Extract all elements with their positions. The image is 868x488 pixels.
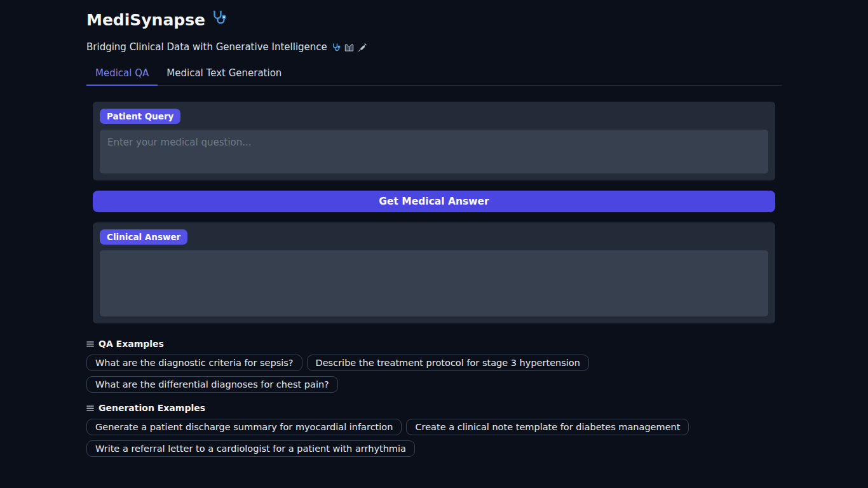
clinical-answer-label: Clinical Answer bbox=[100, 229, 187, 245]
app-title-text: MediSynapse bbox=[86, 11, 205, 29]
page-title: MediSynapse bbox=[86, 10, 782, 30]
get-medical-answer-button[interactable]: Get Medical Answer bbox=[93, 191, 775, 212]
generation-example-button[interactable]: Write a referral letter to a cardiologis… bbox=[86, 440, 415, 457]
stethoscope-icon bbox=[331, 43, 341, 52]
qa-example-button[interactable]: Describe the treatment protocol for stag… bbox=[307, 355, 589, 371]
qa-examples-heading: QA Examples bbox=[86, 339, 782, 349]
qa-examples-section: QA Examples What are the diagnostic crit… bbox=[86, 339, 782, 393]
tab-medical-text-generation[interactable]: Medical Text Generation bbox=[158, 64, 290, 86]
list-icon bbox=[86, 405, 94, 412]
tab-panel-medical-qa: Patient Query Get Medical Answer Clinica… bbox=[86, 86, 782, 323]
app-subtitle-text: Bridging Clinical Data with Generative I… bbox=[86, 41, 327, 53]
stethoscope-icon bbox=[210, 10, 227, 30]
app-subtitle: Bridging Clinical Data with Generative I… bbox=[86, 41, 782, 53]
app-container: MediSynapse Bridging Clinical Data with … bbox=[86, 0, 782, 488]
qa-examples-heading-text: QA Examples bbox=[98, 339, 164, 349]
generation-examples-heading: Generation Examples bbox=[86, 403, 782, 413]
patient-query-group: Patient Query bbox=[93, 102, 775, 180]
generation-examples-section: Generation Examples Generate a patient d… bbox=[86, 403, 782, 457]
lab-coat-icon bbox=[344, 43, 354, 52]
generation-example-button[interactable]: Generate a patient discharge summary for… bbox=[86, 419, 402, 435]
qa-example-button[interactable]: What are the diagnostic criteria for sep… bbox=[86, 355, 302, 371]
tab-medical-qa[interactable]: Medical QA bbox=[86, 64, 158, 86]
list-icon bbox=[86, 341, 94, 348]
qa-examples-row: What are the diagnostic criteria for sep… bbox=[86, 355, 782, 393]
qa-example-button[interactable]: What are the differential diagnoses for … bbox=[86, 376, 338, 393]
generation-examples-row: Generate a patient discharge summary for… bbox=[86, 419, 722, 457]
patient-query-input[interactable] bbox=[100, 130, 768, 173]
syringe-icon bbox=[358, 43, 367, 52]
tab-bar: Medical QA Medical Text Generation bbox=[86, 64, 782, 86]
generation-examples-heading-text: Generation Examples bbox=[98, 403, 205, 413]
clinical-answer-group: Clinical Answer bbox=[93, 222, 775, 323]
patient-query-label: Patient Query bbox=[100, 109, 180, 124]
generation-example-button[interactable]: Create a clinical note template for diab… bbox=[406, 419, 689, 435]
clinical-answer-output[interactable] bbox=[100, 250, 768, 316]
